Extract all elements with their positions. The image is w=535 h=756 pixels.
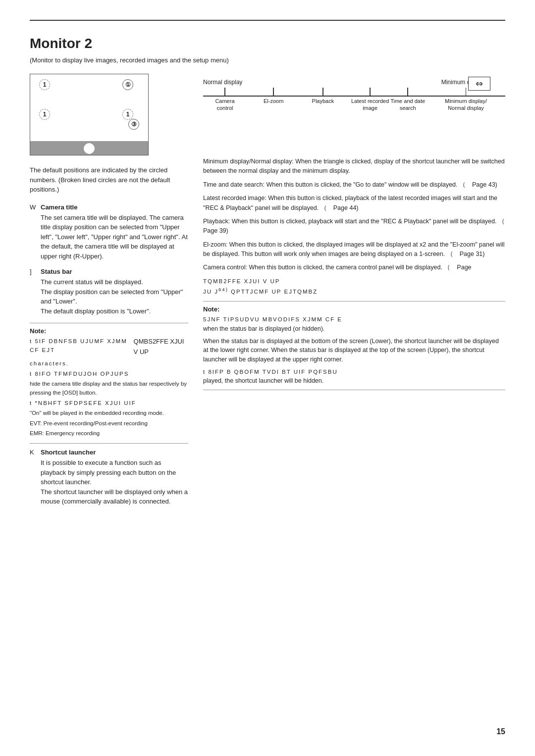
tick-label-elzoom: El-zoom [264,98,283,104]
circle-dashed-topleft: 1 [39,79,50,90]
section-title-shortcut: Shortcut launcher [41,449,96,456]
note-box-right: Note: 5JNF TIPSUDVU MBVODIFS XJMM CF E w… [203,301,505,390]
default-positions-desc: The default positions are indicated by t… [30,165,188,195]
section-status-header: ] Status bar [30,268,188,275]
section-shortcut: K Shortcut launcher It is possible to ex… [30,449,188,506]
left-column: 1 ① 1 1 ③ ② [30,74,188,513]
normal-display-label: Normal display [203,79,242,86]
tick-label-camera: Cameracontrol [215,98,234,112]
section-letter-W: W [30,203,38,211]
page-subtitle: (Monitor to display live images, recorde… [30,56,505,64]
desc-min-normal: Minimum display/Normal display: When the… [203,157,505,176]
note-item-left-3: t 8IFO TFMFDUJOH OPJUPS [30,369,188,378]
scrambled-line-right-2: JU J64) QPTTJCMF UP EJTQMBZ [203,286,505,296]
section-body-status: The current status will be displayed. Th… [30,277,188,316]
section-camera-title: W Camera title The set camera title will… [30,203,188,261]
note-box-left: Note: t 5IF DBNFSB UJUMF XJMM CF EJTQMBS… [30,323,188,444]
circle-solid-3: ③ [128,119,139,130]
section-title-camera: Camera title [41,203,77,211]
circle-dashed-midright: 1 [122,109,133,120]
tick-time-date: Time and datesearch [390,88,425,112]
desc-latest-recorded: Latest recorded image: When this button … [203,194,505,213]
tick-latest-recorded: Latest recordedimage [351,88,389,112]
section-letter-bracket: ] [30,268,38,275]
circle-dashed-midleft: 1 [39,109,50,120]
display-labels-row: Normal display Minimum display [203,79,505,86]
note-item-left-4: t *NBHFT SFDPSEFE XJUI UIF [30,399,188,407]
desc-elzoom: El-zoom: When this button is clicked, th… [203,240,505,259]
desc-time-date: Time and date search: When this button i… [203,180,505,190]
circle-solid-2: ② [84,143,95,154]
note-item-left-1: t 5IF DBNFSB UJUMF XJMM CF EJTQMBS2FFE X… [30,337,188,357]
tick-line-container: Cameracontrol El-zoom Playback Latest re… [203,88,505,117]
status-bar-box: ② [30,141,148,155]
main-layout: 1 ① 1 1 ③ ② [30,74,505,513]
tick-label-playback: Playback [312,98,334,104]
right-column: Normal display Minimum display ⇔ Camerac… [203,74,505,395]
note-item-left-2: characters. [30,359,188,368]
top-border [30,20,505,21]
desc-playback: Playback: When this button is clicked, p… [203,217,505,236]
tick-min-normal: Minimum display/Normal display [445,88,487,112]
note-item-left-evt: EVT: Pre-event recording/Post-event reco… [30,419,188,428]
ref-page43: （ Page 43) [459,181,497,188]
tick-playback: Playback [312,88,334,104]
note-right-item-2: When the status bar is displayed at the … [203,337,505,364]
page-title: Monitor 2 [30,36,505,51]
tick-label-latest: Latest recordedimage [351,98,389,112]
desc-camera-control: Camera control: When this button is clic… [203,263,505,272]
section-letter-K: K [30,449,38,456]
ref-page44: （ Page 44) [321,204,359,211]
scrambled-line-right: TQMB2FFE XJUI V UP [203,277,505,286]
ref-page39: （ Page 39) [203,218,511,234]
tick-label-minnew: Minimum display/Normal display [445,98,487,112]
note-label-right: Note: [203,305,505,313]
section-title-status: Status bar [41,268,72,275]
ref-page31: （ Page 31) [447,251,485,257]
tick-el-zoom: El-zoom [264,88,283,104]
section-camera-title-header: W Camera title [30,203,188,211]
monitor-diagram: 1 ① 1 1 ③ ② [30,74,149,155]
note-right-item-1: 5JNF TIPSUDVU MBVODIFS XJMM CF E when th… [203,315,505,333]
circle-solid-topright: ① [122,79,133,90]
note-item-left-3b: hide the camera title display and the st… [30,380,188,397]
display-diagram-area: Normal display Minimum display ⇔ Camerac… [203,79,505,117]
right-descriptions: Minimum display/Normal display: When the… [203,157,505,296]
note-item-left-4b: "On" will be played in the embedded reco… [30,409,188,417]
note-right-item-3: t 8IFP B QBOFM TVDI BT UIF PQFSBU played… [203,367,505,386]
tick-label-timedate: Time and datesearch [390,98,425,112]
section-shortcut-header: K Shortcut launcher [30,449,188,456]
section-status-bar: ] Status bar The current status will be … [30,268,188,316]
section-body-shortcut: It is possible to execute a function suc… [30,458,188,506]
section-body-camera: The set camera title will be displayed. … [30,213,188,261]
page-number: 15 [496,727,505,736]
note-item-left-emr: EMR: Emergency recording [30,429,188,438]
note-label-left: Note: [30,327,188,335]
tick-camera-control: Cameracontrol [215,88,234,112]
